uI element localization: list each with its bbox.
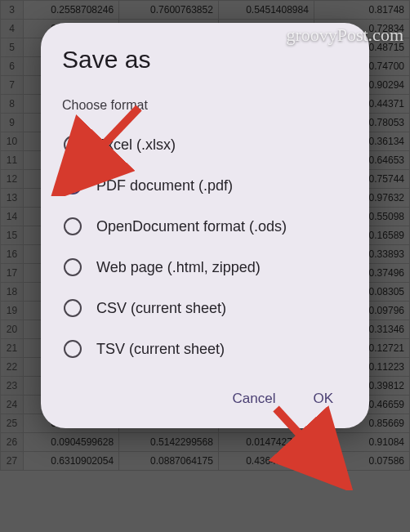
radio-dot-icon [68, 181, 78, 190]
radio-unselected-icon [64, 340, 82, 358]
format-option[interactable]: PDF document (.pdf) [62, 165, 348, 206]
radio-selected-icon [64, 177, 82, 194]
format-option-label: Excel (.xlsx) [96, 136, 176, 154]
format-option-label: TSV (current sheet) [96, 341, 225, 358]
cancel-button[interactable]: Cancel [228, 384, 281, 414]
format-radio-group: Excel (.xlsx)PDF document (.pdf)OpenDocu… [62, 124, 348, 369]
dialog-title: Save as [62, 46, 348, 74]
dialog-actions: Cancel OK [62, 384, 348, 414]
radio-unselected-icon [64, 299, 82, 317]
format-option-label: Web page (.html, zipped) [96, 259, 261, 276]
choose-format-label: Choose format [62, 98, 348, 113]
save-as-dialog: Save as Choose format Excel (.xlsx)PDF d… [41, 23, 369, 428]
format-option[interactable]: TSV (current sheet) [62, 329, 348, 369]
format-option[interactable]: Excel (.xlsx) [62, 124, 348, 165]
radio-unselected-icon [64, 136, 82, 154]
radio-unselected-icon [64, 258, 82, 276]
format-option-label: OpenDocument format (.ods) [96, 218, 287, 235]
format-option-label: CSV (current sheet) [96, 300, 226, 317]
ok-button[interactable]: OK [308, 384, 338, 414]
format-option-label: PDF document (.pdf) [96, 177, 233, 194]
format-option[interactable]: Web page (.html, zipped) [62, 247, 348, 288]
radio-unselected-icon [64, 217, 82, 235]
format-option[interactable]: CSV (current sheet) [62, 288, 348, 329]
format-option[interactable]: OpenDocument format (.ods) [62, 206, 348, 247]
